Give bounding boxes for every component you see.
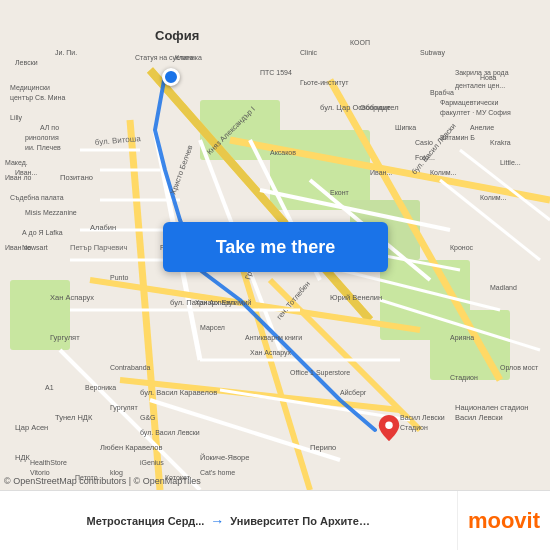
svg-text:Шипка: Шипка [395, 124, 416, 131]
svg-text:Contrabanda: Contrabanda [110, 364, 151, 371]
svg-text:АЛ по: АЛ по [40, 124, 59, 131]
svg-text:Позитано: Позитано [60, 173, 93, 182]
map-container: София бул. Витоша Христо Белчев Княз Але… [0, 0, 550, 490]
svg-text:Little...: Little... [500, 159, 521, 166]
svg-text:Misis Mezzanine: Misis Mezzanine [25, 209, 77, 216]
start-location-marker [162, 68, 180, 86]
svg-text:ПТС 1594: ПТС 1594 [260, 69, 292, 76]
svg-text:Тунел НДК: Тунел НДК [55, 413, 93, 422]
svg-text:Еконт: Еконт [330, 189, 350, 196]
svg-text:Стадион: Стадион [450, 374, 478, 382]
svg-text:Йокиче-Яворе: Йокиче-Яворе [200, 453, 249, 462]
svg-text:А до Я  Lafka: А до Я Lafka [22, 229, 63, 237]
svg-text:Врабча: Врабча [430, 89, 454, 97]
svg-text:факултет · МУ София: факултет · МУ София [440, 109, 511, 117]
arrow-icon: → [210, 513, 224, 529]
destination-label: Университет По Архитек... [230, 515, 370, 527]
svg-text:Madland: Madland [490, 284, 517, 291]
app: София бул. Витоша Христо Белчев Княз Але… [0, 0, 550, 550]
svg-text:Закрила за рода: Закрила за рода [455, 69, 509, 77]
svg-text:Вероника: Вероника [85, 384, 116, 392]
svg-text:Клиника: Клиника [175, 54, 202, 61]
svg-text:Марсел: Марсел [200, 324, 225, 332]
svg-text:Foto...: Foto... [415, 154, 435, 161]
svg-text:НДК: НДК [15, 453, 30, 462]
svg-text:Аксаков: Аксаков [270, 149, 296, 156]
svg-text:Clinic: Clinic [300, 49, 318, 56]
svg-text:Медицински: Медицински [10, 84, 50, 92]
svg-text:Колим...: Колим... [480, 194, 507, 201]
svg-text:iGenius: iGenius [140, 459, 164, 466]
svg-text:G&G: G&G [140, 414, 156, 421]
svg-text:Иван ло: Иван ло [5, 174, 32, 181]
svg-text:Casio: Casio [415, 139, 433, 146]
svg-text:Антикварни книги: Антикварни книги [245, 334, 302, 342]
svg-text:Punto: Punto [110, 274, 128, 281]
moovit-logo-area: moovit [458, 491, 550, 550]
svg-text:Витамин Б: Витамин Б [440, 134, 475, 141]
svg-text:Lilly: Lilly [10, 114, 23, 122]
take-me-there-button[interactable]: Take me there [163, 222, 388, 272]
svg-text:Office 1 Superstore: Office 1 Superstore [290, 369, 350, 377]
svg-rect-2 [270, 130, 370, 210]
svg-text:Фармацевтически: Фармацевтически [440, 99, 498, 107]
svg-text:бул. Васил Левски: бул. Васил Левски [140, 429, 200, 437]
map-copyright: © OpenStreetMap contributors | © OpenMap… [4, 476, 201, 486]
svg-text:дентален цен...: дентален цен... [455, 82, 505, 90]
destination-marker [378, 415, 400, 441]
svg-text:Хан Аспарух: Хан Аспарух [250, 349, 292, 357]
svg-text:Krakra: Krakra [490, 139, 511, 146]
svg-text:Vitorio: Vitorio [30, 469, 50, 476]
svg-text:Перипо: Перипо [310, 443, 336, 452]
svg-text:Арияна: Арияна [450, 334, 474, 342]
svg-point-133 [385, 422, 392, 429]
svg-text:център Св. Мина: център Св. Мина [10, 94, 65, 102]
svg-text:Оборище: Оборище [360, 104, 391, 112]
svg-text:Васил Левски: Васил Левски [455, 413, 503, 422]
svg-text:Гургулят: Гургулят [50, 333, 80, 342]
svg-text:Кронос: Кронос [450, 244, 474, 252]
svg-text:Гургулят: Гургулят [110, 404, 138, 412]
svg-text:HealthStore: HealthStore [30, 459, 67, 466]
svg-text:Анелие: Анелие [470, 124, 494, 131]
svg-text:София: София [155, 28, 199, 43]
svg-text:Колим...: Колим... [430, 169, 457, 176]
svg-text:Гьоте-институт: Гьоте-институт [300, 79, 349, 87]
svg-text:Левски: Левски [15, 59, 38, 66]
svg-text:Съдебна палата: Съдебна палата [10, 194, 64, 202]
svg-text:Алабин: Алабин [90, 223, 116, 232]
svg-text:Национален стадион: Национален стадион [455, 403, 528, 412]
svg-text:Васил Левски: Васил Левски [400, 414, 445, 421]
moovit-logo: moovit [468, 508, 540, 534]
origin-label: Метростанция Серд... [87, 515, 205, 527]
svg-text:Айсберг: Айсберг [340, 389, 367, 397]
svg-text:КООП: КООП [350, 39, 370, 46]
bottom-navigation-bar: Метростанция Серд... → Университет По Ар… [0, 490, 550, 550]
svg-text:Хан Аспарух: Хан Аспарух [50, 293, 94, 302]
svg-text:Петър Парчевич: Петър Парчевич [70, 243, 128, 252]
svg-text:Иван...: Иван... [370, 169, 392, 176]
svg-text:Орлов мост: Орлов мост [500, 364, 539, 372]
svg-text:Cat's home: Cat's home [200, 469, 235, 476]
svg-text:Хан Аспарух: Хан Аспарух [195, 299, 237, 307]
svg-text:Юрий Венелин: Юрий Венелин [330, 293, 382, 302]
svg-text:Любен Каравелов: Любен Каравелов [100, 443, 162, 452]
svg-text:Subway: Subway [420, 49, 445, 57]
svg-text:бул. Васил Каравелов: бул. Васил Каравелов [140, 388, 217, 397]
svg-text:Стадион: Стадион [400, 424, 428, 432]
svg-text:Цар Асен: Цар Асен [15, 423, 48, 432]
svg-text:Иван ло: Иван ло [5, 244, 32, 251]
svg-text:ринология: ринология [25, 134, 59, 142]
svg-text:ии. Плечев: ии. Плечев [25, 144, 61, 151]
svg-text:A1: A1 [45, 384, 54, 391]
origin-item[interactable]: Метростанция Серд... → Университет По Ар… [0, 491, 458, 550]
svg-text:Макед.: Макед. [5, 159, 28, 167]
svg-text:Jи. Пи.: Jи. Пи. [55, 49, 77, 56]
